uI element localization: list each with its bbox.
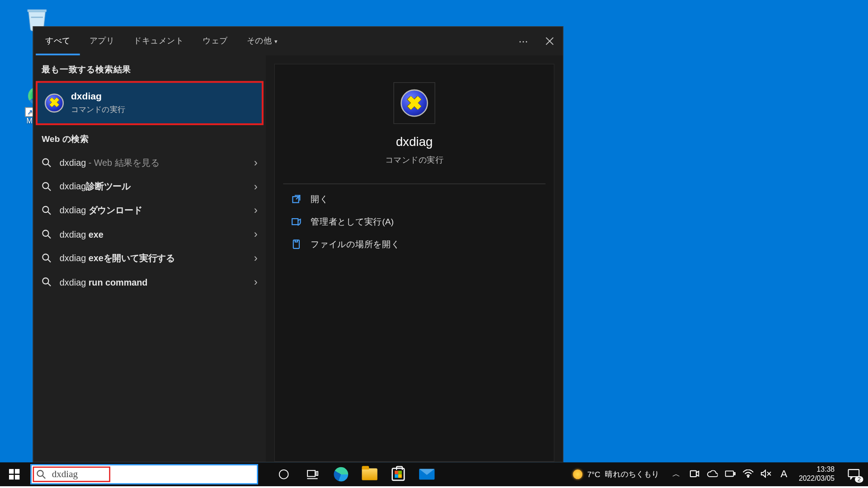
taskbar-edge[interactable] <box>327 462 355 486</box>
search-icon <box>36 469 46 479</box>
svg-rect-20 <box>9 475 14 480</box>
svg-rect-0 <box>31 17 43 18</box>
taskbar: dxdiag 7°C 晴れのちくもり ︿ <box>0 462 868 486</box>
svg-point-9 <box>42 230 48 236</box>
tray-ime-indicator[interactable]: A <box>778 468 789 480</box>
search-icon <box>42 230 51 239</box>
tray-battery-icon[interactable] <box>725 469 736 479</box>
search-icon <box>42 253 51 263</box>
store-icon <box>392 468 405 481</box>
svg-rect-16 <box>292 219 298 225</box>
search-icon <box>42 182 51 191</box>
search-icon <box>42 206 51 215</box>
preview-subtitle: コマンドの実行 <box>385 155 443 166</box>
cortana-icon <box>278 468 290 480</box>
chevron-right-icon: › <box>254 276 258 288</box>
web-result[interactable]: dxdiag - Web 結果を見る› <box>33 151 266 175</box>
svg-line-10 <box>48 236 51 239</box>
web-result[interactable]: dxdiag ダウンロード› <box>33 198 266 222</box>
web-result-text: dxdiag - Web 結果を見る <box>60 157 245 168</box>
task-view-button[interactable] <box>298 462 326 486</box>
close-icon <box>546 37 554 45</box>
svg-rect-27 <box>316 472 318 475</box>
tab-documents[interactable]: ドキュメント <box>124 27 193 55</box>
svg-point-7 <box>42 206 48 212</box>
weather-icon <box>573 469 582 479</box>
results-column: 最も一致する検索結果 ✖ dxdiag コマンドの実行 Web の検索 dxdi… <box>33 56 266 462</box>
svg-point-5 <box>42 183 48 188</box>
action-open-file-location[interactable]: ファイルの場所を開く <box>279 233 549 256</box>
action-center-button[interactable]: 2 <box>840 462 868 486</box>
web-result-text: dxdiag exeを開いて実行する <box>60 252 245 263</box>
search-panel: すべて アプリ ドキュメント ウェブ その他▾ ⋯ 最も一致する検索結果 ✖ d… <box>33 26 564 462</box>
more-options-button[interactable]: ⋯ <box>510 27 537 55</box>
tray-volume-muted-icon[interactable] <box>761 469 772 479</box>
tab-web[interactable]: ウェブ <box>193 27 237 55</box>
tray-wifi-icon[interactable] <box>743 469 754 479</box>
tab-all[interactable]: すべて <box>36 27 80 55</box>
svg-line-12 <box>48 259 51 262</box>
svg-line-14 <box>48 283 51 286</box>
search-tabs: すべて アプリ ドキュメント ウェブ その他▾ ⋯ <box>33 27 563 55</box>
edge-icon <box>334 467 348 482</box>
web-result[interactable]: dxdiag exeを開いて実行する› <box>33 246 266 270</box>
action-open[interactable]: 開く <box>279 188 549 210</box>
web-result-text: dxdiag exe <box>60 229 245 239</box>
file-location-icon <box>292 239 301 249</box>
web-search-header: Web の検索 <box>33 125 266 151</box>
taskbar-store[interactable] <box>384 462 412 486</box>
dxdiag-icon: ✖ <box>45 94 64 113</box>
svg-rect-25 <box>307 470 315 476</box>
chevron-right-icon: › <box>254 180 258 193</box>
web-result[interactable]: dxdiag run command› <box>33 270 266 294</box>
svg-line-23 <box>42 476 45 479</box>
svg-point-24 <box>279 470 288 479</box>
web-result-text: dxdiag診断ツール <box>60 181 245 192</box>
tray-onedrive-icon[interactable] <box>707 469 718 479</box>
action-run-as-admin[interactable]: 管理者として実行(A) <box>279 210 549 233</box>
svg-point-13 <box>42 278 48 284</box>
svg-rect-18 <box>9 469 14 474</box>
svg-line-4 <box>48 164 51 167</box>
svg-rect-21 <box>15 475 20 480</box>
close-button[interactable] <box>537 27 563 55</box>
dxdiag-icon: ✖ <box>401 89 428 117</box>
taskbar-search-box[interactable]: dxdiag <box>30 464 258 484</box>
taskbar-search-value: dxdiag <box>52 469 78 480</box>
tray-overflow[interactable]: ︿ <box>671 469 682 480</box>
windows-logo-icon <box>9 469 20 480</box>
mail-icon <box>419 469 434 480</box>
task-view-icon <box>306 468 319 481</box>
svg-rect-30 <box>734 473 735 475</box>
tab-apps[interactable]: アプリ <box>80 27 124 55</box>
taskbar-clock[interactable]: 13:38 2022/03/05 <box>794 462 839 486</box>
preview-title: dxdiag <box>396 135 433 149</box>
svg-rect-29 <box>726 471 734 476</box>
svg-point-11 <box>42 254 48 260</box>
svg-line-6 <box>48 188 51 191</box>
tray-meet-now-icon[interactable] <box>689 469 700 480</box>
svg-rect-34 <box>848 469 859 477</box>
search-icon <box>42 158 51 167</box>
start-button[interactable] <box>0 462 28 486</box>
web-result[interactable]: dxdiag診断ツール› <box>33 174 266 198</box>
cortana-button[interactable] <box>269 462 298 486</box>
admin-shield-icon <box>292 217 301 226</box>
notification-badge: 2 <box>855 476 863 483</box>
web-result-text: dxdiag ダウンロード <box>60 205 245 216</box>
system-tray: ︿ A <box>666 462 794 486</box>
best-match-result[interactable]: ✖ dxdiag コマンドの実行 <box>36 81 264 125</box>
taskbar-explorer[interactable] <box>355 462 384 486</box>
svg-rect-19 <box>15 469 20 474</box>
chevron-right-icon: › <box>254 252 258 264</box>
taskbar-mail[interactable] <box>413 462 441 486</box>
taskbar-weather[interactable]: 7°C 晴れのちくもり <box>566 462 667 486</box>
svg-rect-17 <box>293 240 299 248</box>
tab-more[interactable]: その他▾ <box>237 27 287 55</box>
open-icon <box>292 194 301 204</box>
best-match-subtitle: コマンドの実行 <box>71 104 125 115</box>
best-match-title: dxdiag <box>71 91 125 102</box>
svg-point-31 <box>748 476 749 477</box>
chevron-right-icon: › <box>254 228 258 240</box>
web-result[interactable]: dxdiag exe› <box>33 222 266 246</box>
